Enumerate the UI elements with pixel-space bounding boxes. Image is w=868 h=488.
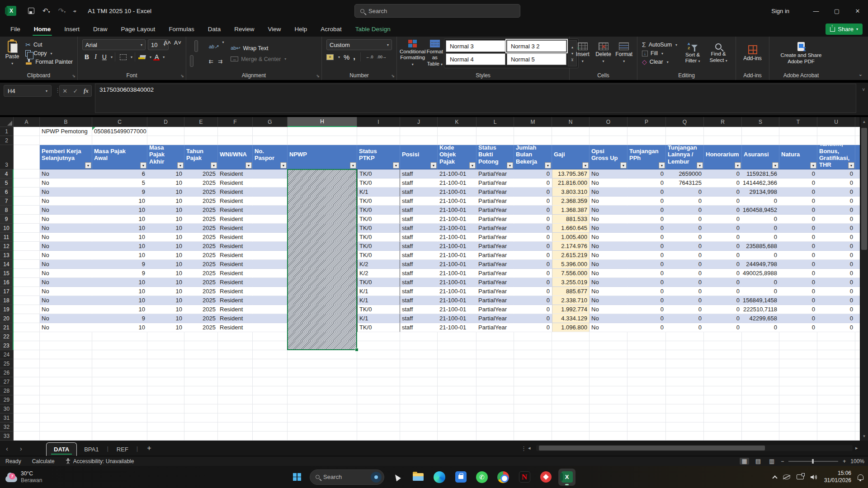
- cell-T16[interactable]: 0: [779, 278, 817, 287]
- cell-E25[interactable]: [184, 359, 218, 368]
- horizontal-scrollbar[interactable]: [536, 445, 853, 451]
- cell-L13[interactable]: PartialYear: [476, 251, 514, 260]
- cell-S7[interactable]: 0: [742, 197, 779, 206]
- cell-H25[interactable]: [288, 359, 357, 368]
- cell-A24[interactable]: [14, 350, 40, 359]
- tab-page-layout[interactable]: Page Layout: [114, 22, 162, 37]
- cell-U23[interactable]: [817, 341, 855, 350]
- cell-R12[interactable]: 0: [704, 242, 742, 251]
- align-center-icon[interactable]: [194, 55, 198, 67]
- cell-C21[interactable]: 10: [92, 323, 147, 332]
- cell-O2[interactable]: [590, 136, 627, 145]
- cell-L28[interactable]: [476, 386, 514, 395]
- row-header-1[interactable]: 1: [0, 127, 14, 136]
- cell-S16[interactable]: 0: [742, 278, 779, 287]
- align-middle-icon[interactable]: [194, 40, 198, 52]
- vscroll-up-icon[interactable]: ▲: [860, 117, 868, 126]
- cell-M29[interactable]: [514, 395, 552, 404]
- cell-L33[interactable]: [476, 432, 514, 441]
- cell-J29[interactable]: [400, 395, 438, 404]
- cell-O8[interactable]: No: [590, 206, 627, 215]
- cell-P25[interactable]: [627, 359, 666, 368]
- cell-D13[interactable]: 10: [147, 251, 184, 260]
- cell-Q23[interactable]: [666, 341, 704, 350]
- cell-P19[interactable]: 0: [627, 305, 666, 314]
- sheet-tab-bpa1[interactable]: BPA1: [77, 442, 106, 456]
- tab-file[interactable]: File: [4, 22, 27, 37]
- filter-button[interactable]: ▼: [697, 162, 703, 169]
- column-header-G[interactable]: G: [253, 117, 288, 127]
- cell-P2[interactable]: [627, 136, 666, 145]
- cell-F10[interactable]: Resident: [218, 224, 253, 233]
- cell-P14[interactable]: 0: [627, 260, 666, 269]
- cell-P18[interactable]: 0: [627, 296, 666, 305]
- cell-F28[interactable]: [218, 386, 253, 395]
- cell-G12[interactable]: [253, 242, 288, 251]
- addins-button[interactable]: Add-ins: [740, 38, 765, 68]
- cell-C25[interactable]: [92, 359, 147, 368]
- cell-B30[interactable]: [40, 404, 92, 413]
- cell-P20[interactable]: 0: [627, 314, 666, 323]
- cell-L5[interactable]: PartialYear: [476, 178, 514, 188]
- cell-Q33[interactable]: [666, 432, 704, 441]
- cell-G28[interactable]: [253, 386, 288, 395]
- cell-N22[interactable]: [552, 332, 590, 341]
- cell-M14[interactable]: 0: [514, 260, 552, 269]
- cell-P1[interactable]: [627, 127, 666, 136]
- cell-I14[interactable]: K/2: [357, 260, 400, 269]
- cell-S10[interactable]: 0: [742, 224, 779, 233]
- cell-D15[interactable]: 10: [147, 269, 184, 278]
- cell-N8[interactable]: 1.368.387: [552, 206, 590, 215]
- cell-U18[interactable]: 0: [817, 296, 855, 305]
- cell-H23[interactable]: [288, 341, 357, 350]
- cell-E24[interactable]: [184, 350, 218, 359]
- filter-button[interactable]: ▼: [735, 162, 741, 169]
- cell-E9[interactable]: 2025: [184, 215, 218, 224]
- table-header-cell[interactable]: Tantiem, Bonus, Gratifikasi, THR▼: [817, 145, 855, 169]
- cell-C23[interactable]: [92, 341, 147, 350]
- cell-S17[interactable]: 0: [742, 287, 779, 296]
- cell-C10[interactable]: 10: [92, 224, 147, 233]
- zoom-in-icon[interactable]: +: [843, 458, 846, 465]
- cell-Q11[interactable]: 0: [666, 233, 704, 242]
- cell-M10[interactable]: 0: [514, 224, 552, 233]
- cell-F13[interactable]: Resident: [218, 251, 253, 260]
- cell-P13[interactable]: 0: [627, 251, 666, 260]
- font-dialog-launcher-icon[interactable]: ⇘: [180, 74, 184, 78]
- cell-T6[interactable]: 0: [779, 188, 817, 197]
- cell-C19[interactable]: 10: [92, 305, 147, 314]
- cell-T27[interactable]: [779, 377, 817, 386]
- cell-F4[interactable]: Resident: [218, 169, 253, 178]
- cell-O6[interactable]: No: [590, 188, 627, 197]
- cell-J30[interactable]: [400, 404, 438, 413]
- insert-cells-button[interactable]: ← Insert▾: [572, 38, 593, 68]
- cell-Q24[interactable]: [666, 350, 704, 359]
- cell-R15[interactable]: 0: [704, 269, 742, 278]
- hscroll-left-icon[interactable]: ◂: [528, 445, 531, 451]
- cell-D18[interactable]: 10: [147, 296, 184, 305]
- cell-E13[interactable]: 2025: [184, 251, 218, 260]
- cell-I23[interactable]: [357, 341, 400, 350]
- filter-button[interactable]: ▼: [659, 162, 665, 169]
- filter-button[interactable]: ▼: [211, 162, 217, 169]
- column-header-L[interactable]: L: [476, 117, 514, 127]
- cell-T12[interactable]: 0: [779, 242, 817, 251]
- cell-U2[interactable]: [817, 136, 855, 145]
- cell-P10[interactable]: 0: [627, 224, 666, 233]
- cell-F21[interactable]: Resident: [218, 323, 253, 332]
- find-select-button[interactable]: Find & Select ▾: [706, 38, 731, 68]
- cell-D30[interactable]: [147, 404, 184, 413]
- table-header-cell[interactable]: Masa Pajak Awal▼: [92, 145, 147, 169]
- cell-B16[interactable]: No: [40, 278, 92, 287]
- cell-H7[interactable]: [288, 197, 357, 206]
- cell-D28[interactable]: [147, 386, 184, 395]
- cell-G2[interactable]: [253, 136, 288, 145]
- cell-A16[interactable]: [14, 278, 40, 287]
- format-as-table-button[interactable]: Format as Table ▾: [427, 38, 443, 68]
- cell-D9[interactable]: 10: [147, 215, 184, 224]
- cell-U20[interactable]: 0: [817, 314, 855, 323]
- cell-R28[interactable]: [704, 386, 742, 395]
- cell-T30[interactable]: [779, 404, 817, 413]
- cell-Q12[interactable]: 0: [666, 242, 704, 251]
- table-header-cell[interactable]: Tunjangan PPh▼: [627, 145, 666, 169]
